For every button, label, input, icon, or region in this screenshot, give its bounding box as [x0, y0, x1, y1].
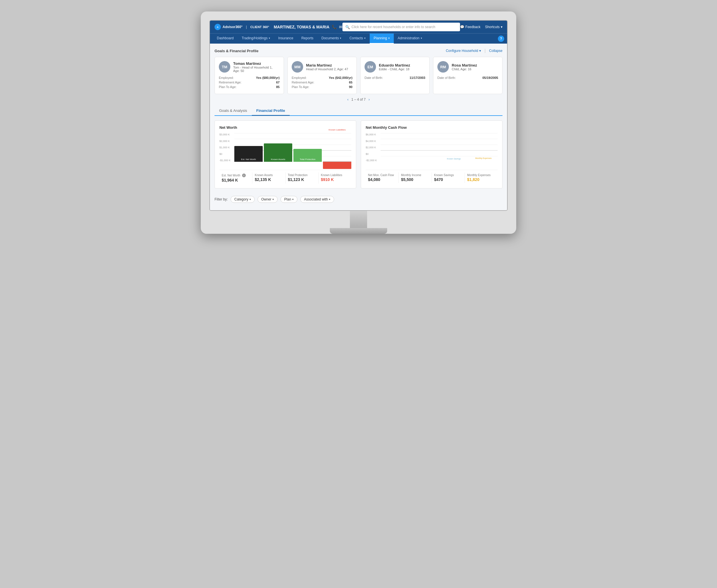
associated-chevron-icon: ▾ [329, 198, 331, 201]
detail-row: Date of Birth: 05/19/2005 [437, 76, 498, 80]
administration-chevron-icon: ▾ [421, 37, 422, 40]
feedback-label: Feedback [465, 25, 481, 29]
avatar-eduardo: EM [364, 61, 376, 72]
search-placeholder: Click here for recent households or ente… [352, 25, 435, 29]
section-actions: Configure Household ▾ | Collapse [446, 48, 503, 54]
summary-protection: Total Protection $1,123 K [286, 172, 319, 184]
cash-flow-chart: Net Monthly Cash Flow $6,000 K $4,000 K … [361, 121, 503, 188]
detail-row: Employed: Yes ($80,000/yr) [219, 76, 280, 80]
cash-flow-bars: Net Mon Cash Flow Monthly Income [381, 133, 498, 162]
stand-neck [350, 211, 367, 228]
person-card-tomas: TM Tomas Martinez Tom - Head of Househol… [214, 57, 284, 94]
person-name-maria: Maria Martinez [306, 63, 348, 67]
summary-value-liabilities: $910 K [321, 177, 349, 182]
person-details-maria: Employed: Yes ($42,000/yr) Retirement Ag… [292, 76, 353, 89]
shortcuts-chevron-icon: ▾ [501, 25, 503, 29]
configure-household-button[interactable]: Configure Household ▾ [446, 49, 481, 53]
bar-networth: Est. Net Worth [234, 146, 263, 162]
nav-item-insurance[interactable]: Insurance [274, 34, 297, 44]
client360-text: CLIENT 360° [250, 25, 269, 29]
email-icon[interactable]: ✉ [339, 25, 342, 29]
tab-goals-analysis[interactable]: Goals & Analysis [214, 106, 252, 116]
person-role-eduardo: Eddie - Child, Age: 18 [379, 67, 410, 71]
household-name: MARTINEZ, TOMAS & MARIA [274, 25, 329, 29]
nav-dashboard-label: Dashboard [217, 36, 234, 40]
phone-icon[interactable]: 📞 [332, 25, 337, 29]
nav-item-contacts[interactable]: Contacts ▾ [345, 34, 370, 44]
search-icon: 🔍 [345, 25, 350, 29]
summary-value-income: $5,500 [401, 177, 429, 182]
pagination-text: 1 – 4 of 7 [351, 98, 366, 102]
net-worth-summary: Est. Net Worth i $1,964 K Known Assets $… [219, 170, 351, 184]
cash-flow-title: Net Monthly Cash Flow [366, 125, 498, 130]
person-cards-grid: TM Tomas Martinez Tom - Head of Househol… [214, 57, 503, 94]
summary-savings: Known Savings $470 [432, 172, 465, 183]
nav-item-trading[interactable]: Trading/Holdings ▾ [238, 34, 274, 44]
nav-item-dashboard[interactable]: Dashboard [213, 34, 238, 44]
tab-financial-profile[interactable]: Financial Profile [252, 106, 290, 116]
detail-row: Employed: Yes ($42,000/yr) [292, 76, 353, 80]
contact-icons: 📞 ✉ [332, 25, 342, 29]
planning-chevron-icon: ▾ [388, 37, 390, 40]
summary-value-assets: $2,135 K [255, 177, 283, 182]
documents-chevron-icon: ▾ [340, 37, 341, 40]
summary-income: Monthly Income $5,500 [399, 172, 431, 183]
section-header: Goals & Financial Profile Configure Hous… [214, 48, 503, 54]
person-card-header: MM Maria Martinez Head of Household 2, A… [292, 61, 353, 72]
feedback-icon: 💬 [460, 25, 464, 29]
contacts-chevron-icon: ▾ [364, 37, 366, 40]
bar-assets: Known Assets [264, 143, 292, 162]
summary-assets: Known Assets $2,135 K [252, 172, 286, 184]
person-details-eduardo: Date of Birth: 11/17/2003 [364, 76, 425, 80]
person-card-eduardo: EM Eduardo Martinez Eddie - Child, Age: … [360, 57, 430, 94]
configure-household-label: Configure Household [446, 49, 478, 53]
monitor-stand [209, 211, 508, 234]
logo-area: A Advisor360° | CLIENT 360° [214, 24, 269, 30]
search-bar[interactable]: 🔍 Click here for recent households or en… [342, 23, 460, 31]
nav-item-administration[interactable]: Administration ▾ [394, 34, 426, 44]
owner-chevron-icon: ▾ [272, 198, 274, 201]
person-name-eduardo: Eduardo Martinez [379, 63, 410, 67]
category-chevron-icon: ▾ [250, 198, 251, 201]
avatar-maria: MM [292, 61, 303, 72]
person-details-tomas: Employed: Yes ($80,000/yr) Retirement Ag… [219, 76, 280, 89]
detail-row: Plan To Age: 85 [219, 85, 280, 89]
profile-tabs: Goals & Analysis Financial Profile [214, 106, 503, 116]
summary-value-cashflow: $4,080 [368, 177, 396, 182]
filter-plan[interactable]: Plan ▾ [280, 196, 297, 203]
person-card-header: EM Eduardo Martinez Eddie - Child, Age: … [364, 61, 425, 72]
filter-category[interactable]: Category ▾ [231, 196, 255, 203]
collapse-button[interactable]: Collapse [489, 49, 503, 53]
bar-protection: Total Protection [293, 149, 322, 162]
help-button[interactable]: ? [498, 36, 504, 42]
person-card-rosa: RM Rosa Martinez Child, Age: 16 Date of … [433, 57, 503, 94]
filter-owner[interactable]: Owner ▾ [257, 196, 278, 203]
nav-item-reports[interactable]: Reports [297, 34, 317, 44]
person-name-rosa: Rosa Martinez [452, 63, 477, 67]
person-card-header: RM Rosa Martinez Child, Age: 16 [437, 61, 498, 72]
net-worth-chart-area: $3,000 K $2,000 K $1,000 K $0 -$1,000 K [219, 133, 351, 168]
nav-item-planning[interactable]: Planning ▾ [370, 34, 394, 44]
bar-group-networth: Est. Net Worth [234, 133, 263, 162]
summary-value-protection: $1,123 K [288, 177, 316, 182]
shortcuts-button[interactable]: Shortcuts ▾ [485, 25, 503, 29]
summary-value-savings: $470 [434, 177, 462, 182]
detail-row: Retirement Age: 65 [292, 81, 353, 84]
summary-expenses: Monthly Expenses $1,820 [465, 172, 498, 183]
net-worth-bars: Est. Net Worth Known Assets [234, 133, 351, 162]
avatar-rosa: RM [437, 61, 449, 72]
person-details-rosa: Date of Birth: 05/19/2005 [437, 76, 498, 80]
pagination-prev[interactable]: ‹ [347, 98, 349, 102]
nav-item-documents[interactable]: Documents ▾ [317, 34, 345, 44]
section-title: Goals & Financial Profile [214, 49, 258, 53]
bar-liabilities [323, 162, 351, 169]
person-card-maria: MM Maria Martinez Head of Household 2, A… [287, 57, 357, 94]
pagination-next[interactable]: › [368, 98, 370, 102]
filter-associated[interactable]: Associated with ▾ [300, 196, 334, 203]
charts-row: Net Worth $3,000 K $2,000 K $1,000 K $0 … [214, 121, 503, 188]
top-right-actions: 💬 Feedback Shortcuts ▾ [460, 25, 503, 29]
feedback-button[interactable]: 💬 Feedback [460, 25, 481, 29]
info-icon[interactable]: i [242, 173, 246, 177]
bar-group-liabilities: Known Liabilities [323, 133, 351, 162]
person-role-tomas: Tom - Head of Household 1, Age: 50 [233, 66, 280, 72]
